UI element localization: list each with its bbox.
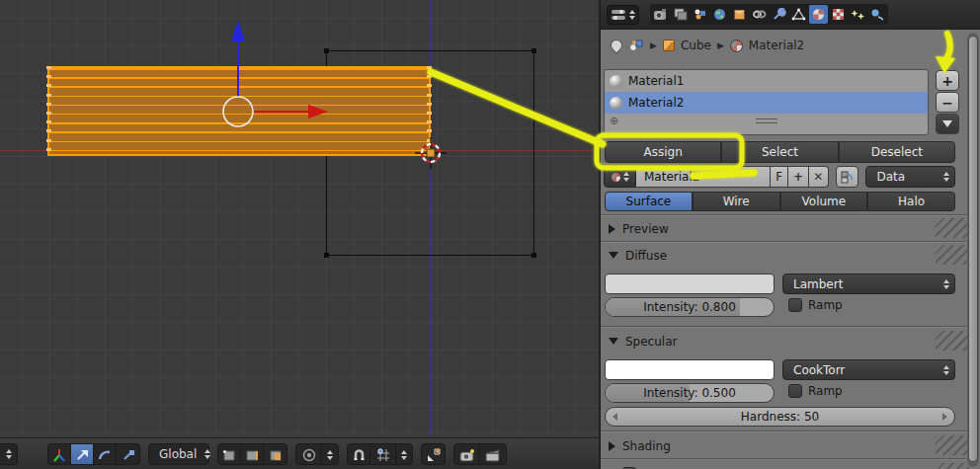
opengl-render-icon xyxy=(459,448,475,462)
tab-surface[interactable]: Surface xyxy=(605,192,693,211)
hardness-field[interactable]: Hardness: 50 xyxy=(605,407,955,427)
snap-increment-icon xyxy=(376,448,390,462)
select-button[interactable]: Select xyxy=(721,141,838,163)
proportional-edit-button[interactable] xyxy=(296,444,322,465)
translate-manipulator-button[interactable] xyxy=(71,444,94,465)
panel-drag-hatch[interactable] xyxy=(936,245,969,265)
breadcrumb-material[interactable]: Material2 xyxy=(749,39,804,52)
opengl-render-anim-button[interactable] xyxy=(480,444,506,465)
editor-type-selector[interactable] xyxy=(607,5,639,25)
scale-manipulator-icon xyxy=(122,448,135,462)
render-icon[interactable] xyxy=(651,5,670,24)
link-mode-dropdown[interactable]: Data xyxy=(865,166,955,188)
snap-element-dropdown[interactable] xyxy=(396,444,412,465)
dropdown-arrows-icon xyxy=(327,450,333,460)
world-icon[interactable] xyxy=(691,5,709,24)
edge-select-button[interactable] xyxy=(241,444,264,465)
material-mini-icon xyxy=(611,172,621,183)
specular-panel-header[interactable]: Specular xyxy=(601,329,971,353)
physics-icon[interactable] xyxy=(868,5,887,24)
diffuse-ramp-checkbox[interactable] xyxy=(788,298,802,312)
diffuse-shader-dropdown[interactable]: Lambert xyxy=(782,274,955,294)
diffuse-intensity-slider[interactable]: Intensity: 0.800 xyxy=(605,297,775,317)
vertex-select-button[interactable] xyxy=(218,444,241,465)
tab-volume[interactable]: Volume xyxy=(780,192,868,211)
preview-panel-header[interactable]: Preview xyxy=(601,216,971,241)
scale-manipulator-button[interactable] xyxy=(117,444,139,465)
manipulator-z-arrowhead[interactable] xyxy=(231,20,245,41)
mesh-vertices-left xyxy=(46,66,51,156)
globe-icon[interactable] xyxy=(710,5,729,24)
increment-arrow-icon[interactable] xyxy=(942,413,947,421)
material-slot-row[interactable]: Material1 xyxy=(605,70,928,92)
unlink-material-button[interactable]: ✕ xyxy=(809,166,829,188)
plus-icon: + xyxy=(941,73,953,89)
selected-mesh-plane[interactable] xyxy=(47,66,431,156)
material-slot-row-selected[interactable]: Material2 xyxy=(605,92,928,114)
manipulator-toggle-button[interactable] xyxy=(48,444,71,465)
list-filter-icon[interactable]: ⊕ xyxy=(610,115,618,127)
modifiers-icon[interactable] xyxy=(770,5,788,24)
pin-icon[interactable] xyxy=(609,38,625,54)
diffuse-panel-header[interactable]: Diffuse xyxy=(601,243,971,268)
panel-drag-hatch[interactable] xyxy=(936,435,969,455)
list-resize-grip[interactable] xyxy=(756,118,777,123)
properties-context-tabs xyxy=(650,4,888,25)
browse-material-button[interactable] xyxy=(604,166,636,188)
tab-halo[interactable]: Halo xyxy=(867,192,955,211)
material-slot-list: Material1 Material2 ⊕ xyxy=(604,69,929,135)
diffuse-color-swatch[interactable] xyxy=(605,274,775,294)
breadcrumb-separator-icon: ▶ xyxy=(717,40,724,50)
wire-corner-vertex xyxy=(531,48,536,53)
collapsed-triangle-icon xyxy=(609,224,615,234)
object-data-icon[interactable] xyxy=(789,5,808,24)
particles-icon[interactable] xyxy=(849,5,867,24)
new-material-button[interactable]: + xyxy=(788,166,808,188)
decrement-arrow-icon[interactable] xyxy=(612,413,617,421)
snap-toggle-button[interactable] xyxy=(348,444,370,465)
add-slot-button[interactable]: + xyxy=(936,70,959,91)
panel-drag-hatch[interactable] xyxy=(936,331,969,351)
dropdown-arrows-icon xyxy=(629,10,635,20)
tab-wire[interactable]: Wire xyxy=(693,192,780,211)
assign-button[interactable]: Assign xyxy=(605,141,721,163)
texture-icon[interactable] xyxy=(829,5,848,24)
breadcrumb-object[interactable]: Cube xyxy=(681,39,711,52)
snap-magnet-icon xyxy=(352,448,366,462)
dropdown-arrows-icon xyxy=(401,450,407,460)
slot-specials-button[interactable] xyxy=(936,114,959,134)
specular-intensity-slider[interactable]: Intensity: 0.500 xyxy=(605,383,775,403)
opengl-render-button[interactable] xyxy=(454,444,480,465)
face-select-button[interactable] xyxy=(264,444,286,465)
mode-dropdown-partial[interactable] xyxy=(0,443,18,465)
specular-ramp-checkbox[interactable] xyxy=(788,384,802,398)
blender-window: Global xyxy=(0,0,980,469)
manipulate-centers-button[interactable] xyxy=(422,444,445,465)
object-icon[interactable] xyxy=(730,5,749,24)
proportional-edit-dropdown[interactable] xyxy=(322,444,338,465)
breadcrumb-separator-icon: ▶ xyxy=(650,40,657,50)
deselect-button[interactable]: Deselect xyxy=(839,141,955,163)
opengl-render-animation-icon xyxy=(485,448,501,462)
snap-element-button[interactable] xyxy=(370,444,396,465)
properties-scrollbar[interactable] xyxy=(967,33,979,467)
minus-icon: − xyxy=(941,95,953,111)
material-icon[interactable] xyxy=(809,5,828,24)
rotate-manipulator-button[interactable] xyxy=(94,444,117,465)
material-name-field[interactable]: Material2 xyxy=(636,166,771,188)
specular-color-swatch[interactable] xyxy=(605,359,775,380)
scene-icon[interactable] xyxy=(671,5,690,24)
remove-slot-button[interactable]: − xyxy=(936,92,959,113)
transparency-panel-header[interactable]: Transparency xyxy=(601,461,971,469)
use-nodes-button[interactable] xyxy=(836,166,858,188)
transform-orientation-dropdown[interactable]: Global xyxy=(148,443,209,465)
scrollbar-thumb[interactable] xyxy=(968,36,978,462)
viewport-3d[interactable] xyxy=(0,0,599,437)
panel-drag-hatch[interactable] xyxy=(936,463,969,469)
specular-shader-dropdown[interactable]: CookTorr xyxy=(782,359,955,380)
panel-drag-hatch[interactable] xyxy=(936,218,969,238)
shading-panel-header[interactable]: Shading xyxy=(601,433,971,458)
constraints-icon[interactable] xyxy=(750,5,769,24)
fake-user-button[interactable]: F xyxy=(771,166,788,188)
wire-corner-vertex xyxy=(324,48,329,53)
